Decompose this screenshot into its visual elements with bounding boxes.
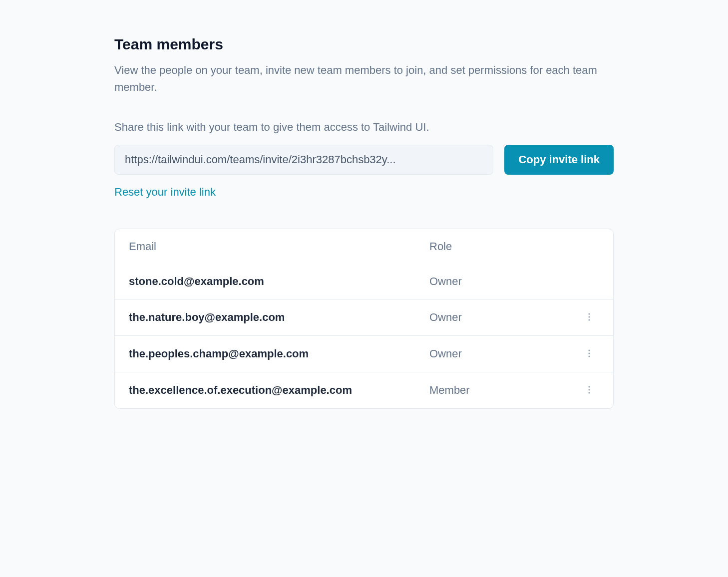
- member-email: the.nature.boy@example.com: [129, 311, 429, 324]
- more-vertical-icon: [584, 385, 594, 396]
- member-email: the.peoples.champ@example.com: [129, 347, 429, 360]
- svg-point-3: [588, 349, 590, 351]
- page-title: Team members: [114, 36, 614, 53]
- svg-point-2: [588, 319, 590, 320]
- member-role: Owner: [429, 347, 579, 360]
- more-options-button[interactable]: [582, 383, 596, 397]
- column-header-role: Role: [429, 240, 579, 253]
- table-row: stone.cold@example.comOwner: [115, 264, 613, 299]
- page-description: View the people on your team, invite new…: [114, 62, 614, 96]
- members-table: Email Role stone.cold@example.comOwnerth…: [114, 229, 614, 409]
- svg-point-6: [588, 386, 590, 387]
- table-row: the.nature.boy@example.comOwner: [115, 299, 613, 335]
- svg-point-5: [588, 355, 590, 357]
- svg-point-7: [588, 389, 590, 390]
- table-row: the.excellence.of.execution@example.comM…: [115, 372, 613, 408]
- svg-point-0: [588, 313, 590, 314]
- svg-point-1: [588, 316, 590, 317]
- share-link-label: Share this link with your team to give t…: [114, 121, 614, 134]
- member-email: the.excellence.of.execution@example.com: [129, 384, 429, 397]
- invite-link-input[interactable]: [114, 145, 493, 175]
- member-role: Owner: [429, 275, 579, 288]
- more-options-button[interactable]: [582, 347, 596, 361]
- svg-point-8: [588, 392, 590, 393]
- svg-point-4: [588, 352, 590, 354]
- copy-invite-link-button[interactable]: Copy invite link: [504, 145, 614, 175]
- column-header-email: Email: [129, 240, 429, 253]
- table-header-row: Email Role: [115, 229, 613, 264]
- more-vertical-icon: [584, 348, 594, 360]
- more-vertical-icon: [584, 312, 594, 323]
- more-options-button[interactable]: [582, 310, 596, 324]
- member-role: Member: [429, 384, 579, 397]
- member-role: Owner: [429, 311, 579, 324]
- member-email: stone.cold@example.com: [129, 275, 429, 288]
- reset-invite-link[interactable]: Reset your invite link: [114, 186, 216, 199]
- table-row: the.peoples.champ@example.comOwner: [115, 335, 613, 372]
